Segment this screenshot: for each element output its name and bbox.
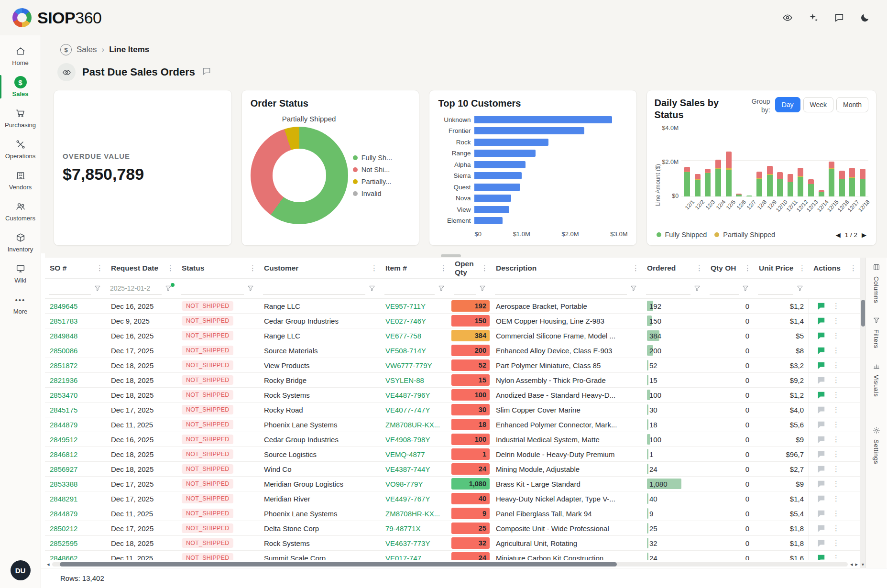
row-menu-icon[interactable]: ⋮ (832, 361, 841, 370)
so-number-link[interactable]: 2848291 (50, 495, 77, 503)
sidebar-item-customers[interactable]: Customers (0, 196, 41, 227)
row-chat-icon[interactable] (817, 405, 826, 414)
so-number-link[interactable]: 2845175 (50, 406, 77, 414)
daily-bar-segment[interactable] (705, 173, 711, 196)
table-row[interactable]: 2844879Dec 11, 2025NOT_SHIPPEDPhoenix La… (45, 506, 860, 521)
filter-input-customer[interactable] (263, 283, 365, 295)
item-number-link[interactable]: VEMQ-4877 (385, 450, 425, 458)
sidebar-item-wiki[interactable]: Wiki (0, 258, 41, 289)
daily-bar-segment[interactable] (798, 177, 803, 196)
row-chat-icon[interactable] (817, 509, 826, 518)
column-header-status[interactable]: Status⋮ (177, 258, 259, 278)
table-row[interactable]: 2851783Dec 9, 2025NOT_SHIPPEDCedar Group… (45, 314, 860, 328)
row-chat-icon[interactable] (817, 450, 826, 459)
so-number-link[interactable]: 2850086 (50, 347, 77, 355)
item-number-link[interactable]: VSYLEN-88 (385, 376, 424, 384)
row-chat-icon[interactable] (817, 376, 826, 385)
so-number-link[interactable]: 2851872 (50, 361, 77, 370)
item-number-link[interactable]: VW6777-779Y (385, 361, 432, 370)
grid-vertical-scrollbar[interactable]: ▾ (860, 258, 865, 568)
pager-next-icon[interactable]: ▶ (862, 231, 866, 239)
vscroll-thumb[interactable] (861, 300, 865, 327)
column-menu-icon[interactable]: ⋮ (248, 264, 257, 272)
item-number-link[interactable]: ZM8708HR-KX... (385, 510, 440, 518)
column-header-actions[interactable]: Actions⋮ (809, 258, 860, 278)
item-number-link[interactable]: VE4387-744Y (385, 465, 430, 473)
daily-bar-segment[interactable] (715, 169, 721, 196)
breadcrumb-section[interactable]: Sales (77, 45, 97, 54)
table-row[interactable]: 2821936Dec 18, 2025NOT_SHIPPEDRocky Brid… (45, 373, 860, 388)
row-chat-icon[interactable] (817, 361, 826, 370)
top-scroll-thumb[interactable] (441, 254, 461, 257)
daily-bar-segment[interactable] (767, 166, 773, 174)
grid-horizontal-scrollbar[interactable]: ◂ ◂ ▸ (45, 560, 860, 568)
row-chat-icon[interactable] (817, 479, 826, 489)
column-header-request_date[interactable]: Request Date⋮ (106, 258, 177, 278)
daily-bar-segment[interactable] (705, 169, 711, 173)
table-row[interactable]: 2853470Dec 18, 2025NOT_SHIPPEDRock Syste… (45, 388, 860, 403)
filter-funnel-icon[interactable] (94, 284, 102, 293)
daily-bar-segment[interactable] (684, 172, 690, 196)
daily-bar-segment[interactable] (860, 169, 865, 180)
so-number-link[interactable]: 2849645 (50, 302, 77, 310)
column-menu-icon[interactable]: ⋮ (166, 264, 175, 272)
sidebar-item-home[interactable]: Home (0, 40, 41, 71)
row-menu-icon[interactable]: ⋮ (832, 316, 841, 325)
so-number-link[interactable]: 2821936 (50, 376, 77, 384)
column-header-open_qty[interactable]: Open Qty⋮ (450, 258, 491, 278)
filter-funnel-icon[interactable] (164, 284, 173, 293)
sidebar-item-sales[interactable]: $Sales (0, 71, 41, 102)
item-number-link[interactable]: VO98-779Y (385, 480, 423, 488)
filter-input-status[interactable] (181, 283, 244, 295)
row-chat-icon[interactable] (817, 465, 826, 474)
item-number-link[interactable]: VE957-711Y (385, 302, 426, 310)
column-menu-icon[interactable]: ⋮ (631, 264, 640, 272)
row-menu-icon[interactable]: ⋮ (832, 450, 841, 458)
sidebar-item-operations[interactable]: Operations (0, 133, 41, 164)
daily-bar-segment[interactable] (777, 179, 783, 196)
sidebar-item-more[interactable]: •••More (0, 289, 41, 320)
filter-input-qty_oh[interactable] (710, 283, 739, 295)
daily-bar-segment[interactable] (829, 162, 834, 168)
column-header-qty_oh[interactable]: Qty OH⋮ (706, 258, 754, 278)
row-chat-icon[interactable] (817, 302, 826, 311)
so-number-link[interactable]: 2844879 (50, 510, 77, 518)
column-header-item_number[interactable]: Item #⋮ (381, 258, 450, 278)
scroll-down-icon[interactable]: ▾ (860, 562, 865, 567)
filter-input-ordered[interactable] (646, 283, 690, 295)
daily-bar-segment[interactable] (829, 169, 834, 196)
order-status-donut[interactable] (251, 127, 348, 224)
daily-bar-segment[interactable] (819, 192, 824, 196)
top10-bar[interactable] (474, 139, 548, 146)
top10-bar[interactable] (474, 127, 584, 134)
sidebar-item-vendors[interactable]: Vendors (0, 164, 41, 196)
item-number-link[interactable]: VE4908-798Y (385, 436, 430, 444)
table-row[interactable]: 2856927Dec 18, 2025NOT_SHIPPEDWind CoVE4… (45, 462, 860, 477)
filter-input-open_qty[interactable] (454, 283, 476, 295)
eye-icon[interactable] (778, 8, 797, 27)
column-header-so_number[interactable]: SO #⋮ (45, 258, 106, 278)
column-menu-icon[interactable]: ⋮ (849, 264, 858, 272)
table-row[interactable]: 2851872Dec 18, 2025NOT_SHIPPEDView Produ… (45, 358, 860, 373)
item-number-link[interactable]: 79-48771X (385, 524, 420, 533)
sidebar-item-inventory[interactable]: Inventory (0, 227, 41, 258)
row-menu-icon[interactable]: ⋮ (832, 420, 841, 429)
daily-bar-segment[interactable] (695, 174, 701, 179)
daily-bar-segment[interactable] (798, 168, 803, 176)
row-chat-icon[interactable] (817, 391, 826, 400)
row-chat-icon[interactable] (817, 316, 826, 326)
so-number-link[interactable]: 2852595 (50, 539, 77, 547)
row-menu-icon[interactable]: ⋮ (832, 376, 841, 384)
daily-bar-segment[interactable] (788, 182, 793, 196)
row-menu-icon[interactable]: ⋮ (832, 331, 841, 340)
row-menu-icon[interactable]: ⋮ (832, 435, 841, 444)
table-row[interactable]: 2850086Dec 17, 2025NOT_SHIPPEDSource Mat… (45, 343, 860, 358)
column-menu-icon[interactable]: ⋮ (480, 264, 489, 272)
so-number-link[interactable]: 2848662 (50, 554, 77, 560)
daily-bar-segment[interactable] (808, 184, 814, 196)
daily-bar-segment[interactable] (777, 172, 783, 179)
row-menu-icon[interactable]: ⋮ (832, 524, 841, 533)
so-number-link[interactable]: 2851783 (50, 317, 77, 325)
daily-bar-segment[interactable] (849, 168, 855, 177)
rail-item-settings[interactable]: Settings (873, 426, 880, 464)
